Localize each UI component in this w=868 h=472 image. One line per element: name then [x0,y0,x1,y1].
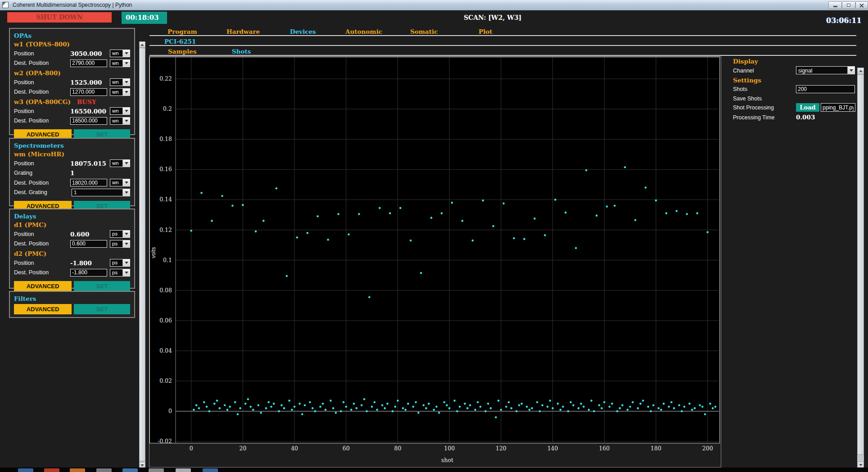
data-point [513,237,515,240]
tab-pci-6251[interactable]: PCI-6251 [164,38,196,45]
d1-dest-input[interactable] [70,240,107,248]
chevron-down-icon[interactable] [847,67,854,74]
w1-dest-input[interactable] [70,59,107,67]
data-point [258,404,260,406]
filters-advanced-button[interactable]: ADVANCED [14,304,72,314]
data-point [642,399,644,402]
delays-advanced-button[interactable]: ADVANCED [14,281,72,291]
chevron-down-icon[interactable] [122,160,130,167]
tab-hardware[interactable]: Hardware [226,28,260,35]
shots-input[interactable] [796,85,855,93]
channel-label: Channel [733,68,754,74]
chevron-down-icon[interactable] [122,179,130,186]
data-point [386,403,389,405]
scroll-up-button[interactable] [857,68,864,74]
chevron-down-icon[interactable] [122,241,130,247]
tab-samples[interactable]: Samples [168,48,197,55]
tab-shots[interactable]: Shots [232,48,251,55]
delays-set-button[interactable]: SET [74,281,130,291]
wm-dest-units-select[interactable]: wn [110,179,130,186]
data-point [335,412,337,414]
x-tick-label: 60 [343,445,350,452]
tab-somatic[interactable]: Somatic [410,28,438,35]
w2-dest-units-select[interactable]: wn [110,88,130,96]
data-point [593,410,595,413]
wm-dest-input[interactable] [70,179,107,186]
d2-dest-row: Dest. Position ps [14,268,130,278]
close-button[interactable] [855,1,868,9]
taskbar-app-icon[interactable] [203,468,218,472]
data-point [420,272,422,274]
windows-taskbar[interactable] [0,467,868,472]
wm-position-units-select[interactable]: wn [110,159,130,167]
d1-dest-units-select[interactable]: ps [110,240,130,248]
taskbar-app-icon[interactable] [44,468,59,472]
chevron-down-icon[interactable] [122,79,130,86]
data-point [714,406,717,408]
data-point [484,410,487,413]
d2-dest-input[interactable] [70,269,107,277]
restore-button[interactable] [842,1,855,9]
restore-icon [847,4,850,7]
load-script-button[interactable]: Load [796,103,819,112]
tab-devices[interactable]: Devices [290,28,316,35]
w1-dest-units-select[interactable]: wn [110,59,130,67]
d1-position-units-select[interactable]: ps [110,230,130,238]
chevron-down-icon[interactable] [122,89,130,95]
data-point [583,406,585,408]
w3-dest-input[interactable] [70,117,107,125]
window-titlebar[interactable]: Coherent Multidimensional Spectroscopy |… [0,0,868,10]
data-point [523,238,525,240]
taskbar-app-icon[interactable] [18,468,33,472]
data-point [547,406,549,408]
y-tick-label: 0.16 [159,166,172,172]
chevron-down-icon[interactable] [122,118,130,124]
taskbar-app-icon[interactable] [70,468,85,472]
w2-dest-input[interactable] [70,88,107,96]
shut-down-button[interactable]: SHUT DOWN [7,12,112,23]
main-vertical-scrollbar[interactable] [139,41,145,468]
scrollbar-thumb[interactable] [857,74,864,455]
d2-position-units-select[interactable]: ps [110,259,130,267]
spectrometers-panel: Spectrometers wm (MicroHR) Position 1807… [9,138,135,206]
taskbar-app-icon[interactable] [149,468,164,472]
scrollbar-thumb[interactable] [139,48,145,461]
dest-position-label: Dest. Position [14,269,70,276]
d2-dest-units-select[interactable]: ps [110,269,130,277]
opas-header: OPAs [14,32,130,39]
processing-script-input[interactable] [821,103,855,112]
data-point [694,407,696,409]
scroll-up-button[interactable] [139,41,145,48]
data-point [211,220,213,222]
data-point [554,199,556,201]
w3-dest-units-select[interactable]: wn [110,117,130,125]
chevron-down-icon[interactable] [122,189,130,196]
taskbar-app-icon[interactable] [96,468,112,472]
chevron-down-icon[interactable] [122,108,130,114]
filters-set-button[interactable]: SET [74,304,130,314]
tab-program[interactable]: Program [167,28,197,35]
channel-select[interactable]: signal [796,66,855,74]
chevron-down-icon[interactable] [122,259,130,266]
data-point [260,412,262,414]
close-icon [859,3,864,8]
right-panel-scrollbar[interactable] [857,68,864,468]
d2-header: d2 (PMC) [14,250,130,257]
taskbar-app-icon[interactable] [176,468,191,472]
taskbar-app-icon[interactable] [122,468,138,472]
tab-autonomic[interactable]: Autonomic [345,28,382,35]
dest-grating-select[interactable]: 1 [72,189,130,196]
w2-position-units-select[interactable]: wn [110,78,130,86]
data-point [518,404,520,406]
tab-plot[interactable]: Plot [479,28,493,35]
data-point [314,410,316,413]
data-point [683,406,686,408]
data-point [441,212,443,214]
chevron-down-icon[interactable] [122,50,130,57]
minimize-button[interactable] [828,1,842,9]
chevron-down-icon[interactable] [122,269,130,276]
chevron-down-icon[interactable] [122,60,130,67]
w3-position-units-select[interactable]: wn [110,107,130,115]
w1-position-units-select[interactable]: wn [110,50,130,57]
chevron-down-icon[interactable] [122,231,130,237]
